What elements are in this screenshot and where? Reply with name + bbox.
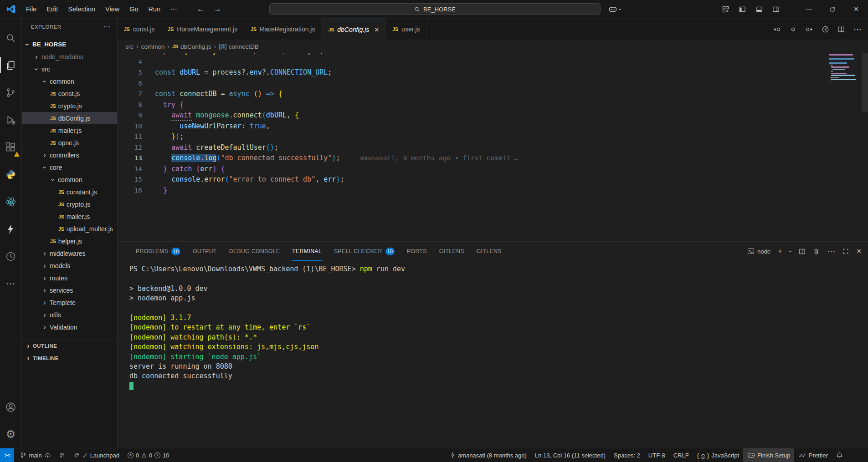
run-debug-icon[interactable] [0,106,22,133]
breadcrumb-common[interactable]: common [141,43,165,50]
tree-item-mailer.js[interactable]: JSmailer.js [22,210,117,223]
tree-item-Validation[interactable]: ›Validation [22,321,117,333]
formatter-status[interactable]: ✓✓ Prettier [794,448,832,462]
panel-tab-terminal[interactable]: TERMINAL [292,242,322,261]
language-mode-status[interactable]: {x} JavaScript [693,448,743,462]
breadcrumb-src[interactable]: src [125,43,134,50]
tree-item-BE_HORSE[interactable]: ›BE_HORSE [22,38,117,51]
tab-HorseManagement.js[interactable]: JSHorseManagement.js [161,19,244,40]
tree-item-constant.js[interactable]: JSconstant.js [22,186,117,198]
code-editor[interactable]: 3import { User } from "../models/user.js… [118,53,868,241]
editor-scrollbar[interactable] [862,53,868,112]
navigate-forward-icon[interactable]: → [214,5,221,14]
indentation-status[interactable]: Spaces: 2 [610,448,644,462]
history-icon[interactable] [0,243,22,270]
tab-user.js[interactable]: JSuser.js [386,19,426,40]
split-editor-icon[interactable] [838,26,845,33]
menu-file[interactable]: File [21,3,41,15]
tree-item-common[interactable]: ›common [22,173,117,186]
tree-item-Templete[interactable]: ›Templete [22,296,117,309]
maximize-panel-icon[interactable] [842,248,849,254]
source-control-icon[interactable] [0,79,22,106]
search-icon[interactable] [0,24,22,51]
panel-more-actions-icon[interactable]: ⋯ [827,246,835,256]
tree-item-controllers[interactable]: ›controllers [22,149,117,161]
close-panel-icon[interactable]: ✕ [856,248,862,255]
panel-tab-spell-checker[interactable]: SPELL CHECKER10 [334,242,395,261]
tree-item-middlewares[interactable]: ›middlewares [22,247,117,259]
navigate-back-icon[interactable]: ← [197,5,205,14]
copilot-finish-setup-button[interactable]: Finish Setup [743,448,794,462]
git-graph-button[interactable] [55,448,69,462]
terminal-instance[interactable]: node [747,248,770,255]
menu-view[interactable]: View [100,3,124,15]
copilot-menu[interactable]: › [609,0,621,18]
react-extension-icon[interactable] [0,188,22,215]
menu-run[interactable]: Run [144,3,166,15]
tree-item-upload_multer.js[interactable]: JSupload_multer.js [22,223,117,235]
menu-edit[interactable]: Edit [41,3,63,15]
account-icon[interactable] [0,393,22,421]
run-file-icon[interactable] [822,25,829,33]
breadcrumb-dbConfig.js[interactable]: JSdbConfig.js [172,43,211,50]
launchpad-button[interactable]: Launchpad [69,448,123,462]
extensions-icon[interactable]: ! [0,133,22,161]
tree-item-mailer.js[interactable]: JSmailer.js [22,124,117,137]
tree-item-crypto.js[interactable]: JScrypto.js [22,198,117,210]
encoding-status[interactable]: UTF-8 [644,448,669,462]
more-views-icon[interactable]: ⋯ [0,270,22,297]
tree-item-utils[interactable]: ›utils [22,309,117,321]
tree-item-opne.js[interactable]: JSopne.js [22,137,117,149]
remote-indicator[interactable]: >< [0,448,14,462]
tab-const.js[interactable]: JSconst.js [118,19,161,40]
tree-item-common[interactable]: ›common [22,75,117,87]
notifications-bell[interactable] [832,448,847,462]
kill-terminal-trash-icon[interactable] [813,248,820,255]
tree-item-dbConfig.js[interactable]: JSdbConfig.js [22,112,117,124]
eol-status[interactable]: CRLF [669,448,693,462]
tree-item-services[interactable]: ›services [22,284,117,296]
panel-tab-debug-console[interactable]: DEBUG CONSOLE [229,242,280,261]
toggle-panel-icon[interactable] [755,6,763,13]
thunder-client-icon[interactable] [0,215,22,243]
panel-tab-gitlens-6[interactable]: GITLENS [439,242,464,261]
python-icon[interactable] [0,161,22,188]
settings-gear-icon[interactable]: ⚙ [0,421,22,448]
explorer-more-actions-icon[interactable]: ⋯ [103,22,111,31]
tree-item-crypto.js[interactable]: JScrypto.js [22,100,117,112]
open-next-change-icon[interactable] [805,26,813,33]
minimize-button[interactable]: — [797,0,821,18]
command-center-search[interactable]: BE_HORSE [269,3,601,15]
explorer-icon[interactable] [0,51,22,79]
customize-layout-icon[interactable] [722,6,729,13]
tab-RaceRegistration.js[interactable]: JSRaceRegistration.js [244,19,322,40]
menu-go[interactable]: Go [124,3,143,15]
tab-dbConfig.js[interactable]: JSdbConfig.js✕ [322,19,386,40]
cursor-position-status[interactable]: Ln 13, Col 16 (11 selected) [531,448,610,462]
minimap[interactable] [829,54,861,83]
close-tab-icon[interactable]: ✕ [374,26,379,33]
timeline-section[interactable]: › TIMELINE [22,352,117,364]
terminal-dropdown-icon[interactable]: › [787,250,794,252]
panel-tab-ports[interactable]: PORTS [407,242,427,261]
branch-status[interactable]: main [16,448,55,462]
menu-selection[interactable]: Selection [63,3,100,15]
breadcrumb-connectDB[interactable]: [@]connectDB [219,43,259,50]
toggle-primary-sidebar-icon[interactable] [739,6,746,13]
tree-item-const.js[interactable]: JSconst.js [22,87,117,100]
tree-item-models[interactable]: ›models [22,259,117,272]
close-window-button[interactable]: ✕ [844,0,868,18]
tree-item-helper.js[interactable]: JShelper.js [22,235,117,247]
menu-overflow-icon[interactable]: ⋯ [165,3,182,15]
toggle-secondary-sidebar-icon[interactable] [772,6,780,13]
commit-blame-status[interactable]: amanasati (8 months ago) [446,448,531,462]
open-changes-icon[interactable] [790,26,796,33]
restore-button[interactable] [821,0,844,18]
editor-more-actions-icon[interactable]: ⋯ [853,25,862,35]
tree-item-src[interactable]: ›src [22,63,117,75]
panel-tab-problems[interactable]: PROBLEMS10 [136,242,180,261]
open-previous-change-icon[interactable] [773,26,781,33]
tree-item-core[interactable]: ›core [22,161,117,173]
problems-status[interactable]: ✕ 0 ⚠ 0 i 10 [123,448,174,462]
panel-tab-gitlens-7[interactable]: GITLENS [477,242,502,261]
